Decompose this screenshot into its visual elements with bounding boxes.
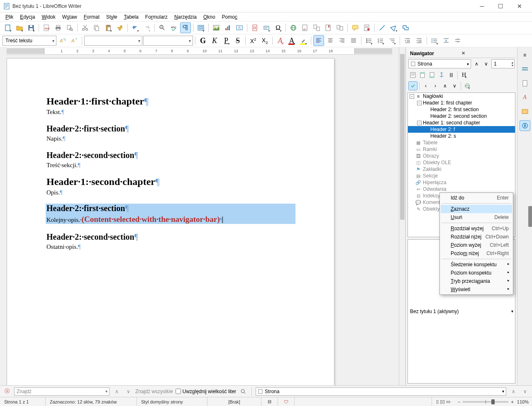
minimize-button[interactable]: ─ [473, 0, 491, 12]
undo-button[interactable]: ▼ [130, 22, 141, 33]
tree-item-refs[interactable]: ↩Odwołania [408, 186, 515, 192]
menu-help[interactable]: Pomoc [219, 13, 240, 21]
navigator-page-spin[interactable]: 1 [491, 59, 515, 68]
menu-tools[interactable]: Narzędzia [171, 13, 200, 21]
line-spacing-button[interactable]: ▼ [429, 35, 440, 46]
insert-chart-button[interactable] [222, 22, 233, 33]
vertical-scrollbar[interactable] [399, 47, 405, 385]
font-color-button[interactable]: A▼ [286, 35, 297, 46]
menu-styles[interactable]: Style [103, 13, 120, 21]
tree-item-links[interactable]: 🔗Hiperłącza [408, 179, 515, 186]
heading-1[interactable]: Header·1:·first·chapter¶ [46, 96, 295, 107]
maximize-button[interactable]: ☐ [491, 0, 510, 12]
heading-2[interactable]: Header·2:·first·section¶ [46, 124, 295, 134]
find-next-button[interactable]: ∨ [124, 387, 133, 396]
menu-edit[interactable]: Edycja [17, 13, 38, 21]
align-left-button[interactable] [313, 35, 324, 46]
find-prev-button[interactable]: ∧ [112, 387, 121, 396]
nav-down-button[interactable]: ∨ [450, 81, 459, 90]
status-language[interactable]: [Brak] [207, 397, 261, 406]
tree-item-heading[interactable]: Header 2: first section [408, 106, 515, 113]
match-case-checkbox[interactable]: Uwzględnij wielkość liter [176, 389, 236, 394]
navigator-close-button[interactable]: ✕ [461, 50, 513, 57]
heading-2[interactable]: Header·2:·first·section¶ [46, 204, 295, 213]
shapes-button[interactable]: ▼ [388, 22, 399, 33]
highlight-button[interactable]: ▼ [298, 35, 309, 46]
paragraph-style-combo[interactable]: Treść tekstu [2, 36, 56, 46]
view-book-button[interactable]: ▭ [446, 399, 450, 404]
find-replace-button[interactable]: A [157, 22, 168, 33]
cross-ref-button[interactable] [334, 22, 345, 33]
tree-item-heading[interactable]: Header 2: s [408, 133, 515, 139]
status-selection[interactable]: Zaznaczono: 12 słów, 79 znaków [46, 397, 137, 406]
tree-item-sections[interactable]: ▤Sekcje [408, 173, 515, 179]
sidebar-collapse-handle[interactable] [528, 206, 532, 227]
paste-button[interactable]: ▼ [103, 22, 114, 33]
font-size-combo[interactable] [143, 36, 193, 46]
tree-item-headings[interactable]: −≡Nagłówki [408, 93, 515, 100]
para-space-inc-button[interactable] [441, 35, 451, 46]
comment-button[interactable] [350, 22, 361, 33]
align-center-button[interactable] [325, 35, 336, 46]
nav-content-view-button[interactable] [408, 71, 417, 80]
nav-left-button[interactable]: ‹ [421, 81, 430, 90]
zoom-in-button[interactable]: + [511, 399, 513, 404]
paragraph[interactable]: Kolejny·opis.·(Content·selected·with·the… [46, 215, 295, 224]
tree-item-bookmarks[interactable]: ⚑Zakładki [408, 166, 515, 173]
increase-indent-button[interactable] [402, 35, 413, 46]
nav-right-button[interactable]: › [431, 81, 440, 90]
navigator-goto-combo[interactable]: Strona [408, 59, 471, 68]
nav-next-button[interactable]: ∨ [482, 60, 490, 68]
insert-table-button[interactable]: ▼ [195, 22, 206, 33]
bold-button[interactable]: G [198, 35, 208, 46]
outline-list-button[interactable]: ▼ [387, 35, 398, 46]
export-pdf-button[interactable]: PDF [41, 22, 52, 33]
nav-reminder-button[interactable] [447, 71, 456, 80]
sidebar-navigator-tab[interactable] [520, 120, 530, 131]
find-all-button[interactable]: Znajdź wszystkie [135, 389, 173, 394]
find-nav-next-button[interactable]: ∨ [520, 387, 530, 396]
draw-functions-button[interactable] [400, 22, 411, 33]
ctx-chapter-down[interactable]: Rozdział niżejCtrl+Down [441, 233, 512, 241]
nav-listbox-button[interactable] [408, 81, 417, 90]
ctx-drag-mode[interactable]: Tryb przeciągania▸ [441, 277, 512, 285]
line-button[interactable] [377, 22, 388, 33]
find-close-button[interactable]: ⓧ [2, 387, 12, 396]
paragraph[interactable]: Tekst.¶ [46, 109, 295, 116]
tree-item-heading[interactable]: −Header 1: second chapter [408, 119, 515, 126]
underline-button[interactable]: P▼ [221, 35, 232, 46]
insert-textbox-button[interactable]: A [234, 22, 245, 33]
clear-format-button[interactable]: A✕ [275, 35, 286, 46]
find-input[interactable]: Znajdź [14, 387, 110, 396]
ctx-chapter-up[interactable]: Rozdział wyżejCtrl+Up [441, 224, 512, 233]
align-justify-button[interactable] [348, 35, 359, 46]
tree-item-frames[interactable]: ▭Ramki [408, 146, 515, 153]
page-break-button[interactable] [249, 22, 260, 33]
ctx-delete[interactable]: UsuńDelete [441, 213, 512, 221]
sidebar-styles-tab[interactable]: A [520, 92, 530, 103]
nav-prev-button[interactable]: ∧ [472, 60, 481, 68]
menu-form[interactable]: Formularz [142, 13, 171, 21]
bookmark-button[interactable] [323, 22, 334, 33]
nav-header-button[interactable] [418, 71, 427, 80]
menu-insert[interactable]: Wstaw [59, 13, 80, 21]
save-button[interactable]: ▼ [26, 22, 37, 33]
heading-2[interactable]: Header·2:·second·section¶ [46, 232, 295, 242]
footnote-button[interactable] [300, 22, 310, 33]
open-button[interactable]: ▼ [14, 22, 25, 33]
font-name-combo[interactable] [84, 36, 142, 46]
menu-file[interactable]: Plik [2, 13, 16, 21]
status-page-style[interactable]: Styl domyślny strony [137, 397, 207, 406]
zoom-slider[interactable] [463, 401, 508, 403]
para-space-dec-button[interactable] [452, 35, 463, 46]
copy-button[interactable] [91, 22, 102, 33]
tree-item-images[interactable]: 🖼Obrazy [408, 153, 515, 159]
tree-item-heading[interactable]: −Header 1: first chapter [408, 100, 515, 106]
close-button[interactable]: ✕ [510, 0, 529, 12]
new-doc-button[interactable]: ▼ [2, 22, 13, 33]
tree-item-ole[interactable]: ◫Obiekty OLE [408, 159, 515, 166]
view-single-button[interactable]: ▯ [436, 399, 439, 404]
insert-symbol-button[interactable]: Ω▼ [273, 22, 283, 33]
sidebar-settings-tab[interactable]: ≡ [520, 50, 530, 61]
menu-view[interactable]: Widok [39, 13, 58, 21]
